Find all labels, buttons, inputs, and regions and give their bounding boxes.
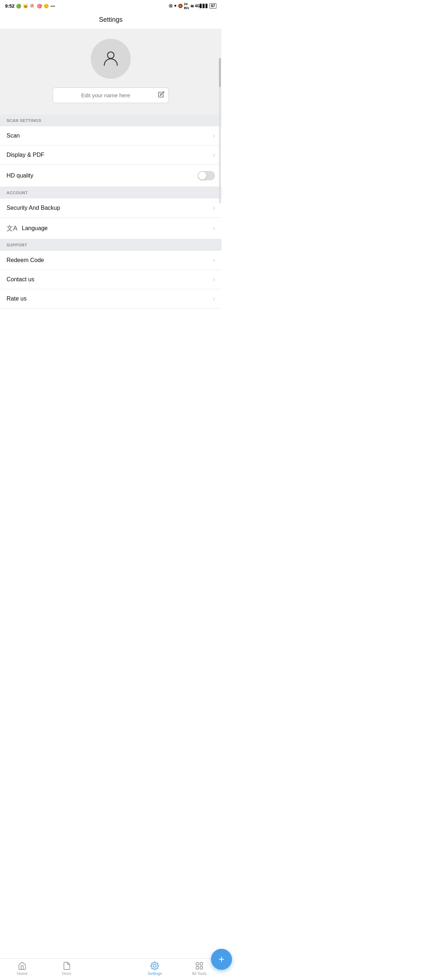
name-input-wrapper[interactable] xyxy=(53,88,169,103)
display-pdf-label: Display & PDF xyxy=(6,152,44,158)
scrollbar-thumb[interactable] xyxy=(219,58,221,87)
section-header-scan-settings: SCAN SETTINGS xyxy=(0,115,222,126)
status-emoji-5: 🙂 xyxy=(43,4,49,9)
redeem-code-label: Redeem Code xyxy=(6,257,44,264)
edit-icon xyxy=(158,91,164,99)
hd-quality-toggle[interactable] xyxy=(198,171,215,180)
redeem-code-chevron: › xyxy=(213,257,215,264)
rate-us-label: Rate us xyxy=(6,296,27,302)
list-item-rate-us[interactable]: Rate us › xyxy=(0,289,222,309)
status-bar: 9:52 🟢 😺 🍭 🎯 🙂 ••• Ⓝ ✦ 🔕 24B/s ≋ 4G▋▋▋ 8… xyxy=(0,0,222,12)
list-item-contact-us[interactable]: Contact us › xyxy=(0,270,222,289)
list-item-scan[interactable]: Scan › xyxy=(0,126,222,146)
status-emoji-1: 🟢 xyxy=(16,4,21,9)
data-speed: 24B/s xyxy=(184,2,189,10)
status-emoji-4: 🎯 xyxy=(37,4,42,9)
wifi-icon: ≋ xyxy=(190,4,194,9)
signal-icon: 4G▋▋▋ xyxy=(195,4,209,8)
list-item-security-backup[interactable]: Security And Backup › xyxy=(0,199,222,218)
battery-indicator: 87 xyxy=(210,3,217,9)
rate-us-chevron: › xyxy=(213,296,215,302)
list-item-redeem-code[interactable]: Redeem Code › xyxy=(0,251,222,270)
scrollbar-track[interactable] xyxy=(219,58,221,203)
language-chevron: › xyxy=(213,225,215,232)
display-pdf-chevron: › xyxy=(213,152,215,158)
toggle-thumb xyxy=(198,172,206,180)
security-backup-chevron: › xyxy=(213,205,215,211)
language-icon: 文A xyxy=(6,224,18,233)
section-header-support: SUPPORT xyxy=(0,239,222,251)
avatar[interactable] xyxy=(91,39,131,79)
status-right-icons: Ⓝ ✦ 🔕 24B/s ≋ 4G▋▋▋ 87 xyxy=(169,2,217,10)
list-item-display-pdf[interactable]: Display & PDF › xyxy=(0,146,222,165)
status-emoji-3: 🍭 xyxy=(30,4,35,9)
contact-us-chevron: › xyxy=(213,276,215,283)
hd-quality-label: HD quality xyxy=(6,172,33,179)
status-emoji-2: 😺 xyxy=(23,4,28,9)
contact-us-label: Contact us xyxy=(6,276,34,283)
scan-label: Scan xyxy=(6,132,20,139)
bluetooth-icon: ✦ xyxy=(174,4,177,8)
language-label: Language xyxy=(22,225,48,232)
status-more: ••• xyxy=(51,4,55,9)
page-title: Settings xyxy=(0,12,222,29)
nfc-icon: Ⓝ xyxy=(169,4,172,9)
svg-point-0 xyxy=(107,52,114,59)
section-header-account: ACCOUNT xyxy=(0,187,222,199)
list-item-language[interactable]: 文A Language › xyxy=(0,218,222,239)
security-backup-label: Security And Backup xyxy=(6,205,60,211)
sound-off-icon: 🔕 xyxy=(178,4,183,8)
list-item-hd-quality[interactable]: HD quality xyxy=(0,165,222,187)
status-time: 9:52 xyxy=(5,3,14,9)
scan-chevron: › xyxy=(213,132,215,139)
name-input[interactable] xyxy=(53,88,169,103)
person-icon xyxy=(101,49,120,69)
profile-section xyxy=(0,29,222,115)
